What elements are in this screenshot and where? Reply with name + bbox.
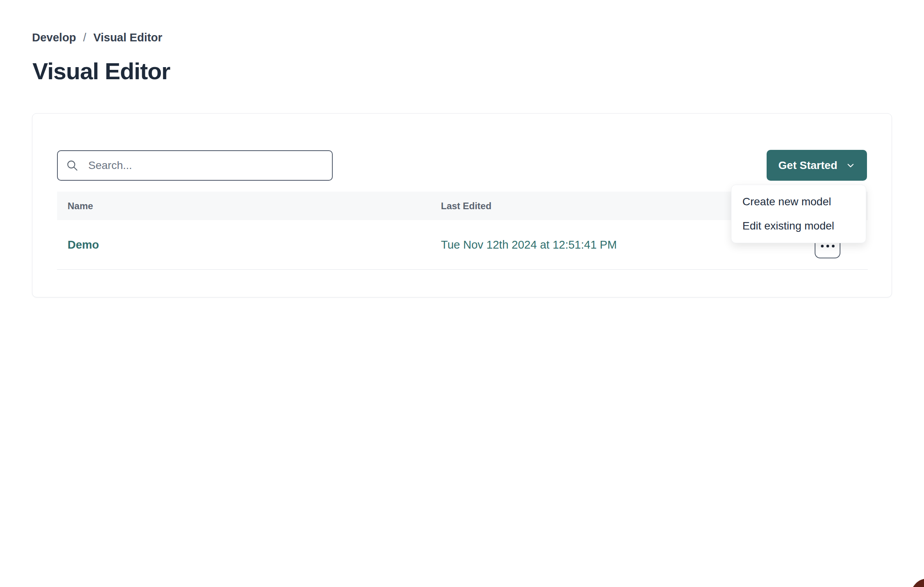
- breadcrumb-item-develop[interactable]: Develop: [32, 31, 76, 44]
- search-box: [57, 150, 333, 181]
- floating-corner-button[interactable]: [911, 578, 924, 587]
- menu-item-edit-existing-model[interactable]: Edit existing model: [731, 214, 866, 238]
- page-title: Visual Editor: [32, 58, 170, 85]
- chevron-down-icon: [846, 161, 855, 170]
- search-input[interactable]: [57, 150, 333, 181]
- get-started-label: Get Started: [778, 159, 837, 172]
- column-header-last-edited: Last Edited: [441, 201, 491, 212]
- get-started-button[interactable]: Get Started: [767, 150, 867, 181]
- get-started-dropdown-menu: Create new model Edit existing model: [731, 185, 866, 243]
- visual-editor-page: Develop / Visual Editor Visual Editor Ge…: [0, 0, 924, 587]
- breadcrumb: Develop / Visual Editor: [32, 31, 162, 44]
- last-edited-value: Tue Nov 12th 2024 at 12:51:41 PM: [441, 238, 617, 251]
- menu-item-create-new-model[interactable]: Create new model: [731, 190, 866, 214]
- breadcrumb-item-visual-editor: Visual Editor: [93, 31, 162, 44]
- model-link-demo[interactable]: Demo: [68, 238, 99, 251]
- column-header-name: Name: [68, 201, 93, 212]
- breadcrumb-separator: /: [83, 31, 86, 44]
- ellipsis-icon: [821, 245, 835, 247]
